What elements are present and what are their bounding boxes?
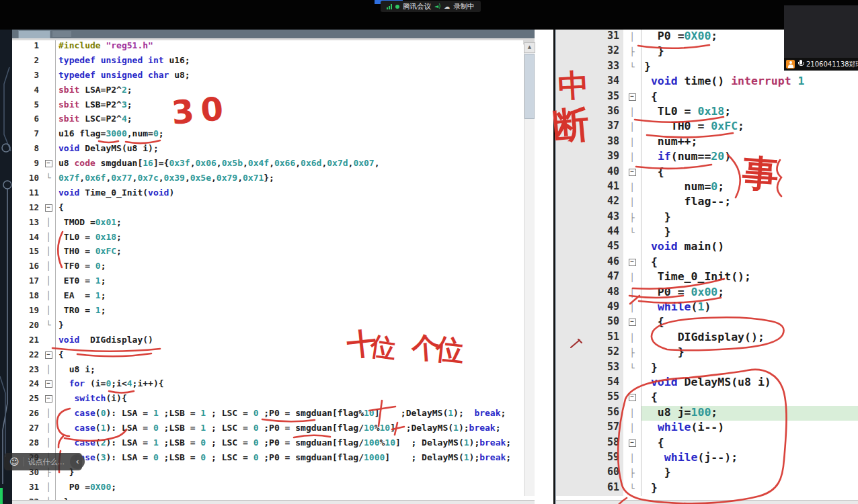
code-line-56[interactable]: 56│ u8 j=100; (556, 406, 858, 421)
code-line-5[interactable]: 5sbit LSB=P2^3; (12, 99, 523, 114)
fold-marker[interactable]: │ (623, 30, 641, 44)
fold-marker[interactable]: ├ (623, 44, 641, 59)
fold-marker[interactable]: │ (42, 217, 55, 232)
code-line-47[interactable]: 47│ Time_0_Init(); (556, 270, 858, 285)
code-line-21[interactable]: 21void DIGdisplay() (12, 335, 523, 349)
fold-marker[interactable]: │ (623, 406, 641, 421)
code-line-8[interactable]: 8void DelayMS(u8 i); (12, 143, 523, 158)
fold-marker[interactable]: │ (42, 482, 55, 497)
fold-marker[interactable]: │ (42, 276, 55, 290)
code-line-51[interactable]: 51│ DIGdisplay(); (556, 331, 858, 345)
code-line-27[interactable]: 27│ case(1): LSA = 0 ;LSB = 1 ; LSC = 0 … (12, 423, 523, 437)
code-line-30[interactable]: 30├ } (12, 467, 523, 482)
code-line-58[interactable]: 58− { (556, 436, 858, 451)
fold-marker[interactable]: − (623, 165, 641, 180)
code-line-59[interactable]: 59│ while(j--); (556, 451, 858, 466)
code-line-2[interactable]: 2typedef unsigned int u16; (12, 55, 523, 70)
code-line-22[interactable]: 22−{ (12, 349, 523, 364)
code-line-12[interactable]: 12−{ (12, 202, 523, 217)
fold-marker[interactable]: │ (623, 120, 641, 134)
fold-marker[interactable]: │ (623, 421, 641, 435)
code-line-19[interactable]: 19│ TR0 = 1; (12, 305, 523, 320)
fold-marker[interactable] (42, 128, 55, 143)
code-line-23[interactable]: 23│ u8 i; (12, 364, 523, 379)
code-line-9[interactable]: 9−u8 code smgduan[16]={0x3f,0x06,0x5b,0x… (12, 158, 523, 173)
fold-marker[interactable]: − (623, 255, 641, 270)
fold-marker[interactable]: │ (623, 135, 641, 150)
fold-marker[interactable]: └ (623, 361, 641, 376)
code-line-37[interactable]: 37│ TH0 = 0xFC; (556, 120, 858, 134)
fold-marker[interactable]: │ (623, 300, 641, 315)
fold-marker[interactable]: − (42, 393, 55, 408)
code-line-57[interactable]: 57│ while(i--) (556, 421, 858, 435)
code-line-17[interactable]: 17│ ET0 = 1; (12, 276, 523, 290)
fold-marker[interactable] (623, 75, 641, 89)
fold-marker[interactable]: │ (623, 195, 641, 210)
code-line-26[interactable]: 26│ case(0): LSA = 1 ;LSB = 1 ; LSC = 0 … (12, 408, 523, 423)
code-line-13[interactable]: 13│ TMOD =0x01; (12, 217, 523, 232)
code-line-6[interactable]: 6sbit LSC=P2^4; (12, 114, 523, 128)
code-line-61[interactable]: 61└ } (556, 481, 858, 496)
code-line-40[interactable]: 40− { (556, 165, 858, 180)
code-line-45[interactable]: 45 void main() (556, 240, 858, 255)
fold-marker[interactable]: − (42, 378, 55, 393)
code-line-24[interactable]: 24− for (i=0;i<4;i++){ (12, 378, 523, 393)
fold-marker[interactable]: │ (42, 437, 55, 452)
code-line-49[interactable]: 49│ while(1) (556, 300, 858, 315)
chat-input-placeholder[interactable]: 说点什么... (28, 457, 65, 467)
code-line-20[interactable]: 20└} (12, 320, 523, 335)
code-line-4[interactable]: 4sbit LSA=P2^2; (12, 85, 523, 99)
fold-marker[interactable] (42, 335, 55, 349)
fold-marker[interactable]: └ (42, 173, 55, 187)
fold-marker[interactable]: − (623, 436, 641, 451)
code-line-7[interactable]: 7u16 flag=3000,num=0; (12, 128, 523, 143)
code-line-31[interactable]: 31│ P0 =0X00; (12, 482, 523, 497)
code-line-41[interactable]: 41│ num=0; (556, 180, 858, 195)
code-line-18[interactable]: 18│ EA = 1; (12, 290, 523, 305)
fold-marker[interactable]: − (623, 315, 641, 330)
code-line-60[interactable]: 60├ } (556, 466, 858, 480)
code-line-29[interactable]: 29│ case(3): LSA = 0 ;LSB = 0 ; LSC = 0 … (12, 452, 523, 467)
code-line-36[interactable]: 36│ TL0 = 0x18; (556, 105, 858, 120)
code-line-54[interactable]: 54 void DelayMS(u8 i) (556, 376, 858, 390)
fold-marker[interactable] (42, 85, 55, 99)
fold-marker[interactable] (623, 376, 641, 390)
fold-marker[interactable]: │ (623, 150, 641, 165)
fold-marker[interactable]: │ (42, 232, 55, 247)
code-line-11[interactable]: 11void Time_0_Init(void) (12, 187, 523, 202)
fold-marker[interactable]: − (42, 349, 55, 364)
chat-collapse-button[interactable]: ‹ (70, 454, 85, 469)
code-line-46[interactable]: 46− { (556, 255, 858, 270)
left-scrollbar-thumb[interactable] (524, 54, 535, 119)
fold-marker[interactable]: − (42, 158, 55, 173)
fold-marker[interactable]: − (623, 390, 641, 405)
code-panel-right[interactable]: 31│ P0 =0X00;32├ }33└}34 void time() int… (556, 30, 858, 500)
code-line-15[interactable]: 15│ TH0 = 0xFC; (12, 246, 523, 261)
editor-left-tab-secondary[interactable] (52, 31, 71, 37)
fold-marker[interactable] (42, 99, 55, 114)
code-line-3[interactable]: 3typedef unsigned char u8; (12, 70, 523, 85)
code-line-35[interactable]: 35− { (556, 90, 858, 105)
fold-marker[interactable] (623, 240, 641, 255)
fold-marker[interactable]: − (42, 202, 55, 217)
fold-marker[interactable]: │ (623, 180, 641, 195)
emoji-icon[interactable]: ☺ (9, 457, 20, 466)
code-line-44[interactable]: 44└ } (556, 225, 858, 240)
fold-marker[interactable]: └ (42, 320, 55, 335)
code-line-10[interactable]: 10└0x7f,0x6f,0x77,0x7c,0x39,0x5e,0x79,0x… (12, 173, 523, 187)
fold-marker[interactable]: │ (42, 408, 55, 423)
code-line-39[interactable]: 39│ if(num==20) (556, 150, 858, 165)
scroll-up-arrow[interactable]: ▲ (524, 42, 535, 53)
code-line-42[interactable]: 42│ flag--; (556, 195, 858, 210)
fold-marker[interactable]: ├ (623, 345, 641, 360)
code-line-28[interactable]: 28│ case(2): LSA = 1 ;LSB = 0 ; LSC = 0 … (12, 437, 523, 452)
fold-marker[interactable]: − (623, 90, 641, 105)
code-line-25[interactable]: 25− switch(i){ (12, 393, 523, 408)
code-panel-left[interactable]: 1#include "reg51.h"2typedef unsigned int… (12, 40, 523, 500)
left-horizontal-scrollbar[interactable] (12, 500, 535, 504)
fold-marker[interactable]: └ (623, 60, 641, 75)
fold-marker[interactable]: ├ (623, 466, 641, 480)
fold-marker[interactable]: │ (42, 305, 55, 320)
fold-marker[interactable]: │ (623, 331, 641, 345)
fold-marker[interactable]: └ (623, 225, 641, 240)
